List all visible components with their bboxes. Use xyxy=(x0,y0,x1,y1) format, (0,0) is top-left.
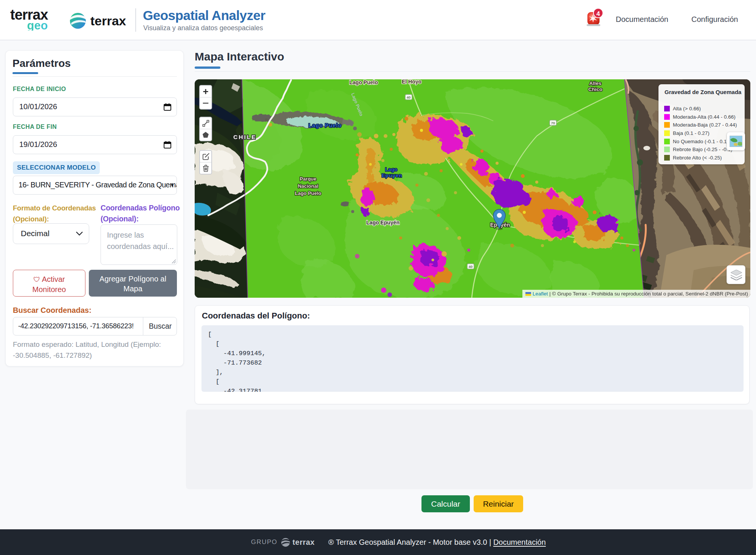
svg-text:Parque: Parque xyxy=(300,176,316,182)
svg-text:Epuyen: Epuyen xyxy=(382,173,403,178)
svg-text:70: 70 xyxy=(551,121,555,125)
svg-text:El Hoyo: El Hoyo xyxy=(402,79,421,85)
svg-text:Chico: Chico xyxy=(588,87,603,92)
svg-text:40: 40 xyxy=(407,95,411,99)
svg-text:Lago Puelo: Lago Puelo xyxy=(308,122,342,128)
svg-text:40: 40 xyxy=(469,264,473,269)
svg-text:Lago Puelo: Lago Puelo xyxy=(295,190,321,196)
svg-text:Nacional: Nacional xyxy=(298,183,318,189)
svg-text:Lago Puelo: Lago Puelo xyxy=(349,79,378,85)
svg-text:Lago Epuyén: Lago Epuyén xyxy=(366,220,400,226)
svg-text:CHILE: CHILE xyxy=(233,134,257,140)
svg-text:Lago: Lago xyxy=(385,167,397,172)
svg-text:Alles: Alles xyxy=(589,80,601,86)
